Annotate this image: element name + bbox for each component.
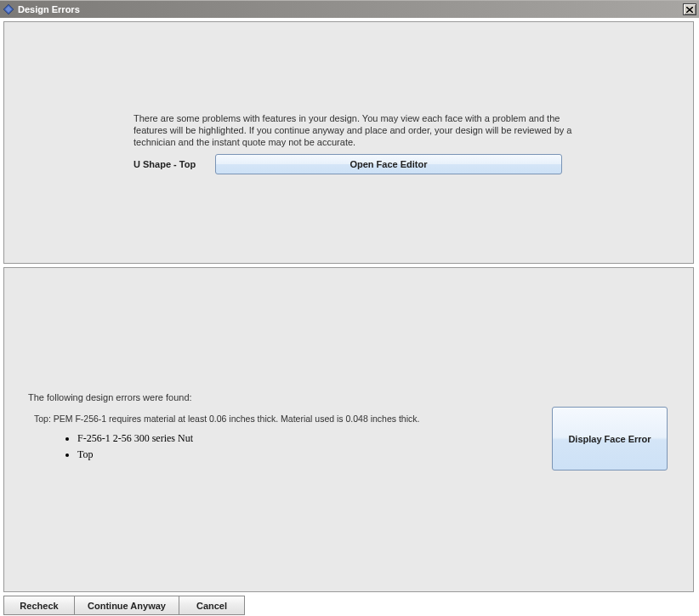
titlebar: Design Errors xyxy=(0,0,699,18)
error-list: F-256-1 2-56 300 series Nut Top xyxy=(65,432,193,465)
face-label: U Shape - Top xyxy=(134,159,207,169)
close-button[interactable] xyxy=(683,3,696,15)
error-detail: Top: PEM F-256-1 requires material at le… xyxy=(34,414,419,424)
top-panel: There are some problems with features in… xyxy=(3,21,694,264)
continue-anyway-button[interactable]: Continue Anyway xyxy=(74,596,179,615)
window-title: Design Errors xyxy=(18,4,683,14)
button-bar: Recheck Continue Anyway Cancel xyxy=(3,596,696,615)
app-icon xyxy=(3,3,14,15)
display-face-error-button[interactable]: Display Face Error xyxy=(552,407,668,471)
content-area: There are some problems with features in… xyxy=(0,18,699,616)
open-face-editor-button[interactable]: Open Face Editor xyxy=(215,154,562,174)
face-row: U Shape - Top Open Face Editor xyxy=(134,154,562,174)
list-item: F-256-1 2-56 300 series Nut xyxy=(77,432,193,445)
info-message: There are some problems with features in… xyxy=(134,112,584,148)
recheck-button[interactable]: Recheck xyxy=(3,596,75,615)
cancel-button[interactable]: Cancel xyxy=(179,596,245,615)
list-item: Top xyxy=(77,448,193,461)
errors-heading: The following design errors were found: xyxy=(28,392,192,402)
bottom-panel: The following design errors were found: … xyxy=(3,267,694,592)
